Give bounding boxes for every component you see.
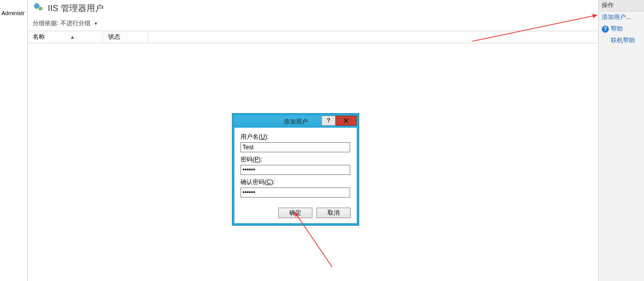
group-by-label: 分组依据:: [33, 19, 58, 28]
filter-row: 分组依据: 不进行分组 ▾: [28, 17, 598, 31]
add-user-action[interactable]: 添加用户...: [599, 12, 644, 23]
column-header-status[interactable]: 状态: [103, 31, 148, 43]
help-action-label: 帮助: [611, 25, 623, 33]
online-help-action[interactable]: 联机帮助: [599, 35, 644, 46]
add-user-action-label: 添加用户...: [602, 13, 631, 22]
page-header: IIS 管理器用户: [28, 0, 598, 17]
confirm-password-input[interactable]: [240, 188, 350, 198]
password-input[interactable]: [240, 165, 350, 175]
tree-node-root[interactable]: Administr: [0, 9, 27, 17]
dialog-titlebar[interactable]: 添加用户 ? ✕: [234, 116, 357, 128]
dialog-footer: 确定 取消: [234, 204, 357, 223]
dialog-titlebar-buttons: ? ✕: [321, 116, 357, 126]
actions-panel: 操作 添加用户... ? 帮助 联机帮助: [599, 0, 644, 281]
sort-asc-icon: ▲: [70, 34, 75, 40]
add-user-dialog: 添加用户 ? ✕ 用户名(U): 密码(P): 确认密码(C): 确定 取消: [232, 114, 359, 225]
iis-users-icon: [33, 2, 45, 14]
column-header-status-label: 状态: [108, 33, 120, 41]
column-header-name[interactable]: 名称 ▲: [28, 31, 103, 43]
list-header: 名称 ▲ 状态: [28, 31, 598, 43]
confirm-password-label: 确认密码(C):: [240, 178, 351, 186]
tree-panel[interactable]: Administr: [0, 0, 28, 281]
username-input[interactable]: [240, 142, 350, 152]
svg-point-2: [39, 8, 42, 10]
dialog-close-button[interactable]: ✕: [336, 116, 357, 126]
ok-button[interactable]: 确定: [278, 208, 312, 218]
chevron-down-icon[interactable]: ▾: [93, 21, 99, 26]
online-help-action-label: 联机帮助: [611, 36, 635, 45]
help-action[interactable]: ? 帮助: [599, 23, 644, 35]
password-label: 密码(P):: [240, 155, 351, 164]
dialog-body: 用户名(U): 密码(P): 确认密码(C):: [234, 128, 357, 204]
username-label: 用户名(U):: [240, 133, 351, 141]
dialog-help-button[interactable]: ?: [321, 116, 336, 126]
cancel-button[interactable]: 取消: [316, 208, 351, 218]
help-icon: ?: [602, 26, 609, 33]
actions-panel-title: 操作: [599, 0, 644, 12]
column-header-name-label: 名称: [33, 33, 45, 41]
page-title: IIS 管理器用户: [48, 3, 104, 14]
group-by-value[interactable]: 不进行分组: [60, 19, 91, 28]
